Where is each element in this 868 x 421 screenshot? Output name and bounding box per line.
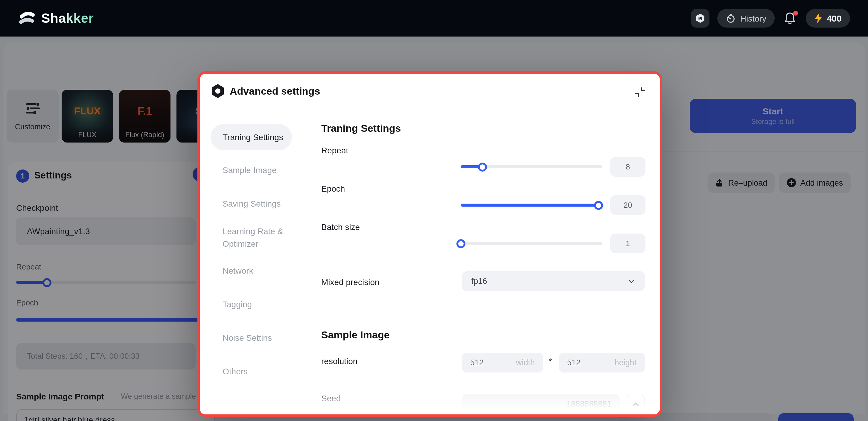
sample-image-heading: Sample Image bbox=[321, 329, 390, 341]
slider-handle[interactable] bbox=[457, 239, 465, 248]
modal-nav-others[interactable]: Others bbox=[222, 366, 248, 376]
width-placeholder: width bbox=[516, 358, 535, 367]
token-coin-button[interactable] bbox=[691, 9, 710, 28]
mixed-precision-value: fp16 bbox=[471, 277, 487, 286]
advanced-settings-modal: Advanced settings Traning Settings Sampl… bbox=[197, 71, 662, 417]
notifications-button[interactable] bbox=[782, 10, 798, 27]
batch-size-slider[interactable] bbox=[461, 242, 602, 245]
chevron-up-icon bbox=[631, 400, 639, 408]
mixed-precision-label: Mixed precision bbox=[321, 277, 379, 287]
tokens-balance-button[interactable]: 400 bbox=[806, 9, 850, 28]
repeat-label: Repeat bbox=[321, 145, 348, 155]
width-value: 512 bbox=[470, 358, 484, 367]
repeat-slider[interactable] bbox=[461, 165, 602, 168]
height-placeholder: height bbox=[614, 358, 637, 367]
seed-input[interactable]: 1888888881 bbox=[462, 394, 620, 414]
modal-nav-saving-settings[interactable]: Saving Settings bbox=[222, 199, 281, 208]
resolution-width-input[interactable]: 512 width bbox=[462, 353, 543, 372]
modal-nav-tagging[interactable]: Tagging bbox=[222, 300, 252, 309]
resolution-times: * bbox=[549, 356, 552, 366]
mixed-precision-select[interactable]: fp16 bbox=[462, 271, 645, 291]
settings-nut-icon bbox=[211, 84, 225, 98]
modal-header-divider bbox=[200, 111, 660, 111]
history-button[interactable]: History bbox=[718, 9, 775, 28]
slider-handle[interactable] bbox=[478, 162, 487, 171]
modal-nav-network[interactable]: Network bbox=[222, 266, 253, 276]
seed-value: 1888888881 bbox=[566, 399, 611, 409]
training-settings-heading: Traning Settings bbox=[321, 123, 401, 135]
lightning-bolt-icon bbox=[814, 13, 823, 23]
hexagon-coin-icon bbox=[695, 13, 706, 23]
resolution-label: resolution bbox=[321, 356, 358, 366]
modal-nav-noise-settins[interactable]: Noise Settins bbox=[222, 333, 272, 342]
epoch-value: 20 bbox=[610, 195, 646, 215]
tokens-value: 400 bbox=[827, 13, 842, 23]
modal-title: Advanced settings bbox=[230, 86, 320, 97]
batch-size-label: Batch size bbox=[321, 222, 360, 232]
seed-stepper-button[interactable] bbox=[626, 395, 645, 414]
resolution-height-input[interactable]: 512 height bbox=[559, 353, 645, 372]
collapse-icon[interactable] bbox=[633, 86, 647, 99]
modal-nav-training-settings[interactable]: Traning Settings bbox=[211, 124, 292, 150]
epoch-label: Epoch bbox=[321, 184, 345, 193]
modal-nav-sample-image[interactable]: Sample Image bbox=[222, 165, 277, 175]
height-value: 512 bbox=[567, 358, 581, 367]
top-navbar: Shakker History bbox=[0, 0, 868, 36]
shakker-logo-icon bbox=[18, 9, 36, 27]
epoch-slider[interactable] bbox=[461, 204, 602, 206]
repeat-value: 8 bbox=[610, 157, 646, 177]
slider-handle[interactable] bbox=[594, 201, 603, 209]
brand-name: Shakker bbox=[41, 10, 94, 26]
brand[interactable]: Shakker bbox=[18, 9, 94, 27]
seed-label: Seed bbox=[321, 393, 341, 403]
modal-nav-learning-rate-optimizer[interactable]: Learning Rate & Optimizer bbox=[222, 225, 298, 250]
notification-dot bbox=[793, 10, 798, 15]
chevron-down-icon bbox=[627, 277, 635, 285]
history-clock-icon bbox=[726, 13, 736, 23]
history-label: History bbox=[740, 13, 766, 23]
batch-size-value: 1 bbox=[610, 233, 646, 253]
